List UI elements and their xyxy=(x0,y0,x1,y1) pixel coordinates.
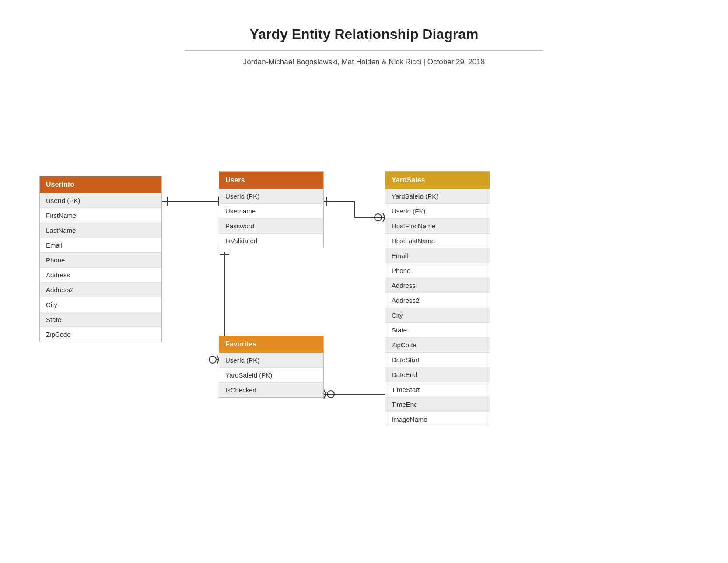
yardsales-row-4: Email xyxy=(385,248,490,263)
users-row-1: Username xyxy=(219,203,323,218)
yardsales-row-3: HostLastName xyxy=(385,233,490,248)
yardsales-row-9: State xyxy=(385,322,490,337)
yardsales-row-14: TimeEnd xyxy=(385,397,490,412)
separator: | xyxy=(424,58,427,66)
userinfo-row-1: FirstName xyxy=(40,208,161,223)
userinfo-row-6: Address2 xyxy=(40,282,161,297)
favorites-row-0: UserId (PK) xyxy=(219,353,323,367)
yardsales-row-6: Address xyxy=(385,278,490,293)
yardsales-row-8: City xyxy=(385,308,490,322)
users-row-2: Password xyxy=(219,218,323,233)
yardsales-row-1: UserId (FK) xyxy=(385,203,490,218)
userinfo-row-2: LastName xyxy=(40,223,161,238)
userinfo-row-0: UserId (PK) xyxy=(40,193,161,208)
favorites-entity: Favorites UserId (PK) YardSaleId (PK) Is… xyxy=(219,336,324,398)
yardsales-row-12: DateEnd xyxy=(385,367,490,382)
userinfo-row-5: Address xyxy=(40,267,161,282)
users-header: Users xyxy=(219,172,323,189)
users-row-0: UserId (PK) xyxy=(219,189,323,203)
yardsales-row-13: TimeStart xyxy=(385,382,490,397)
yardsales-row-10: ZipCode xyxy=(385,337,490,352)
yardsales-row-7: Address2 xyxy=(385,293,490,308)
date-text: October 29, 2018 xyxy=(427,58,485,66)
yardsales-entity: YardSales YardSaleId (PK) UserId (FK) Ho… xyxy=(385,171,490,427)
yardsales-header: YardSales xyxy=(385,172,490,189)
yardsales-row-2: HostFirstName xyxy=(385,218,490,233)
svg-point-28 xyxy=(327,391,334,398)
erd-diagram: UserInfo UserId (PK) FirstName LastName … xyxy=(0,88,728,526)
page-title: Yardy Entity Relationship Diagram xyxy=(0,26,728,42)
page: Yardy Entity Relationship Diagram Jordan… xyxy=(0,0,728,563)
users-row-3: IsValidated xyxy=(219,233,323,248)
userinfo-row-9: ZipCode xyxy=(40,327,161,342)
yardsales-row-0: YardSaleId (PK) xyxy=(385,189,490,203)
users-entity: Users UserId (PK) Username Password IsVa… xyxy=(219,171,324,248)
svg-point-20 xyxy=(209,356,216,363)
svg-point-12 xyxy=(374,214,382,221)
userinfo-row-4: Phone xyxy=(40,252,161,267)
svg-line-30 xyxy=(324,394,326,399)
yardsales-row-11: DateStart xyxy=(385,352,490,367)
favorites-header: Favorites xyxy=(219,336,323,353)
userinfo-row-7: City xyxy=(40,297,161,312)
favorites-row-2: IsChecked xyxy=(219,382,323,397)
header-subtitle: Jordan-Michael Bogoslawski, Mat Holden &… xyxy=(0,58,728,66)
yardsales-row-15: ImageName xyxy=(385,412,490,427)
header-divider xyxy=(185,50,543,51)
favorites-row-1: YardSaleId (PK) xyxy=(219,367,323,382)
userinfo-row-8: State xyxy=(40,312,161,327)
header: Yardy Entity Relationship Diagram Jordan… xyxy=(0,0,728,75)
userinfo-header: UserInfo xyxy=(40,176,161,193)
svg-line-29 xyxy=(324,390,326,394)
userinfo-row-3: Email xyxy=(40,238,161,252)
authors-text: Jordan-Michael Bogoslawski, Mat Holden &… xyxy=(243,58,421,66)
userinfo-entity: UserInfo UserId (PK) FirstName LastName … xyxy=(39,176,162,342)
yardsales-row-5: Phone xyxy=(385,263,490,278)
